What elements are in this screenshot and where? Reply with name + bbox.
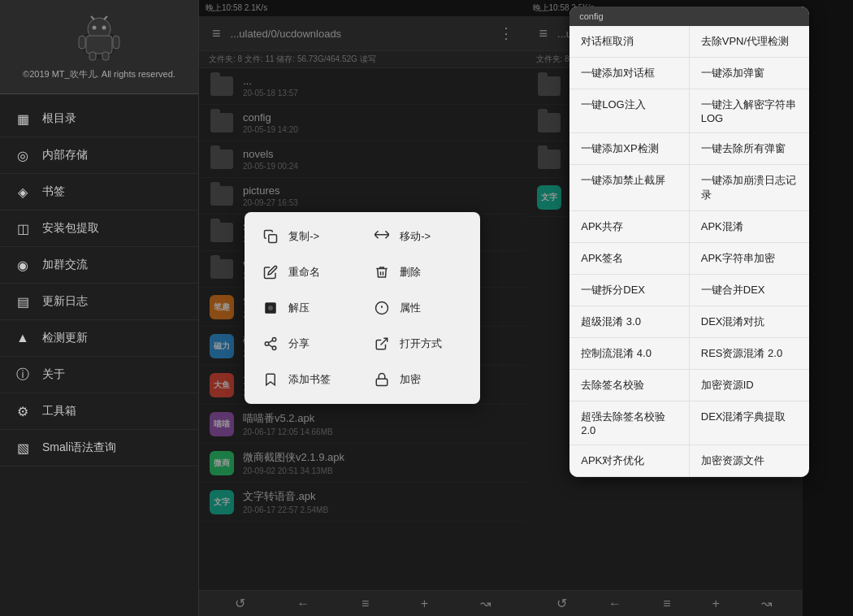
apk-menu-row: APK共存 APK混淆 bbox=[569, 211, 809, 243]
move-icon bbox=[372, 227, 392, 246]
apk-menu-row: 一键添加XP检测 一键去除所有弹窗 bbox=[569, 133, 809, 165]
apk-menu-cell-left-6[interactable]: APK签名 bbox=[569, 243, 690, 274]
sidebar-label-root: 根目录 bbox=[42, 111, 76, 126]
sidebar-item-toolbox[interactable]: ⚙ 工具箱 bbox=[0, 393, 198, 430]
android-logo-icon bbox=[75, 13, 123, 62]
context-menu-rename[interactable]: 重命名 bbox=[251, 254, 362, 290]
apk-menu-cell-left-11[interactable]: 超强去除签名校验2.0 bbox=[569, 401, 690, 445]
properties-icon bbox=[372, 298, 392, 318]
sidebar-item-about[interactable]: ⓘ 关于 bbox=[0, 357, 198, 393]
sidebar-item-root[interactable]: ▦ 根目录 bbox=[0, 101, 198, 137]
context-menu-move[interactable]: 移动-> bbox=[362, 219, 474, 254]
context-menu-properties[interactable]: 属性 bbox=[362, 290, 474, 326]
apk-menu-row: 超级混淆 3.0 DEX混淆对抗 bbox=[569, 306, 809, 338]
sidebar-item-bookmark[interactable]: ◈ 书签 bbox=[0, 174, 198, 210]
apk-menu-cell-left-7[interactable]: 一键拆分DEX bbox=[569, 275, 690, 306]
context-menu-share[interactable]: 分享 bbox=[251, 326, 362, 362]
svg-rect-10 bbox=[89, 52, 96, 60]
changelog-icon: ▤ bbox=[13, 292, 32, 311]
apk-menu-cell-left-5[interactable]: APK共存 bbox=[569, 211, 690, 242]
apk-menu-row: 一键拆分DEX 一键合并DEX bbox=[569, 275, 809, 306]
apk-menu-cell-right-8[interactable]: DEX混淆对抗 bbox=[690, 306, 810, 337]
sidebar-label-toolbox: 工具箱 bbox=[42, 404, 76, 419]
svg-line-6 bbox=[104, 16, 107, 20]
sidebar-item-update[interactable]: ▲ 检测更新 bbox=[0, 320, 198, 357]
apk-menu-cell-right-7[interactable]: 一键合并DEX bbox=[690, 275, 810, 306]
context-menu-extract[interactable]: 解压 bbox=[251, 290, 362, 326]
ctx-label-copy: 复制-> bbox=[288, 229, 319, 244]
encrypt-icon bbox=[372, 370, 392, 389]
apk-menu-row: 一键LOG注入 一键注入解密字符串LOG bbox=[569, 89, 809, 133]
apk-menu-cell-right-5[interactable]: APK混淆 bbox=[690, 211, 810, 242]
ctx-label-share: 分享 bbox=[288, 336, 310, 351]
context-menu-addbookmark[interactable]: 添加书签 bbox=[251, 362, 362, 397]
bookmark-icon: ◈ bbox=[13, 182, 32, 202]
apk-menu-overlay: config 对话框取消 去除VPN/代理检测 一键添加对话框 一键添加弹窗 一… bbox=[526, 0, 854, 616]
apk-menu-panel: config 对话框取消 去除VPN/代理检测 一键添加对话框 一键添加弹窗 一… bbox=[569, 7, 809, 477]
apk-menu-cell-left-4[interactable]: 一键添加禁止截屏 bbox=[569, 165, 690, 210]
addbookmark-icon bbox=[261, 370, 280, 389]
right-section: 晚上10:58 2.5K/s ≡ ...ulated/0/ucdownloads… bbox=[526, 0, 854, 616]
apk-menu-cell-left-2[interactable]: 一键LOG注入 bbox=[569, 89, 690, 132]
sidebar-item-internal[interactable]: ◎ 内部存储 bbox=[0, 137, 198, 174]
context-menu-delete[interactable]: 删除 bbox=[362, 254, 474, 290]
apk-menu-cell-right-6[interactable]: APK字符串加密 bbox=[690, 243, 810, 274]
apk-menu-row: 一键添加对话框 一键添加弹窗 bbox=[569, 58, 809, 89]
update-icon: ▲ bbox=[13, 328, 32, 348]
svg-line-23 bbox=[381, 338, 388, 345]
svg-point-4 bbox=[102, 26, 106, 30]
apk-menu-cell-left-3[interactable]: 一键添加XP检测 bbox=[569, 133, 690, 164]
smali-icon: ▧ bbox=[13, 438, 32, 458]
context-menu: 复制-> 移动-> 重命名 删除 解压 属性 分享 打开方式 添加书签 加密 bbox=[245, 212, 480, 404]
sidebar-item-apk[interactable]: ◫ 安装包提取 bbox=[0, 210, 198, 247]
sidebar-item-group[interactable]: ◉ 加群交流 bbox=[0, 247, 198, 284]
sidebar-label-smali: Smali语法查询 bbox=[42, 440, 116, 455]
apk-menu-cell-left-8[interactable]: 超级混淆 3.0 bbox=[569, 306, 690, 337]
apk-menu-row: 控制流混淆 4.0 RES资源混淆 2.0 bbox=[569, 338, 809, 370]
sidebar-item-smali[interactable]: ▧ Smali语法查询 bbox=[0, 430, 198, 466]
copy-icon bbox=[261, 227, 280, 246]
context-menu-encrypt[interactable]: 加密 bbox=[362, 362, 474, 397]
ctx-label-addbookmark: 添加书签 bbox=[288, 372, 331, 387]
apk-menu-cell-left-0[interactable]: 对话框取消 bbox=[569, 26, 690, 57]
apk-menu-cell-right-4[interactable]: 一键添加崩溃日志记录 bbox=[690, 165, 810, 210]
sidebar-label-update: 检测更新 bbox=[42, 331, 88, 345]
svg-rect-24 bbox=[377, 379, 388, 385]
group-icon: ◉ bbox=[13, 255, 32, 275]
apk-menu-cell-right-0[interactable]: 去除VPN/代理检测 bbox=[690, 26, 810, 57]
context-menu-openway[interactable]: 打开方式 bbox=[362, 326, 474, 362]
context-menu-overlay: 复制-> 移动-> 重命名 删除 解压 属性 分享 打开方式 添加书签 加密 bbox=[199, 0, 526, 616]
apk-menu-cell-right-10[interactable]: 加密资源ID bbox=[690, 370, 810, 401]
svg-line-22 bbox=[269, 341, 273, 343]
apk-menu-cell-left-12[interactable]: APK对齐优化 bbox=[569, 445, 690, 476]
apk-menu-cell-right-9[interactable]: RES资源混淆 2.0 bbox=[690, 338, 810, 369]
apk-menu-path-text: config bbox=[579, 11, 603, 21]
apk-menu-cell-right-1[interactable]: 一键添加弹窗 bbox=[690, 58, 810, 89]
ctx-label-properties: 属性 bbox=[400, 301, 421, 315]
ctx-label-encrypt: 加密 bbox=[400, 372, 421, 387]
context-menu-copy[interactable]: 复制-> bbox=[251, 219, 362, 254]
internal-icon: ◎ bbox=[13, 145, 32, 165]
sidebar-item-changelog[interactable]: ▤ 更新日志 bbox=[0, 284, 198, 320]
sidebar-label-internal: 内部存储 bbox=[42, 148, 88, 163]
apk-menu-cell-left-10[interactable]: 去除签名校验 bbox=[569, 370, 690, 401]
svg-point-14 bbox=[268, 306, 273, 310]
apk-icon: ◫ bbox=[13, 219, 32, 238]
apk-menu-cell-right-2[interactable]: 一键注入解密字符串LOG bbox=[690, 89, 810, 132]
apk-menu-cell-right-3[interactable]: 一键去除所有弹窗 bbox=[690, 133, 810, 164]
ctx-label-delete: 删除 bbox=[400, 265, 421, 280]
toolbox-icon: ⚙ bbox=[13, 401, 32, 421]
apk-menu-row: APK对齐优化 加密资源文件 bbox=[569, 445, 809, 477]
sidebar: ©2019 MT_吹牛儿. All rights reserved. ▦ 根目录… bbox=[0, 0, 199, 616]
extract-icon bbox=[261, 298, 280, 318]
root-icon: ▦ bbox=[13, 109, 32, 128]
sidebar-header: ©2019 MT_吹牛儿. All rights reserved. bbox=[0, 0, 198, 94]
svg-rect-12 bbox=[269, 235, 277, 243]
rename-icon bbox=[261, 262, 280, 282]
apk-menu-cell-right-11[interactable]: DEX混淆字典提取 bbox=[690, 401, 810, 445]
apk-menu-cell-left-1[interactable]: 一键添加对话框 bbox=[569, 58, 690, 89]
share-icon bbox=[261, 334, 280, 354]
apk-menu-cell-left-9[interactable]: 控制流混淆 4.0 bbox=[569, 338, 690, 369]
svg-point-3 bbox=[93, 26, 97, 30]
apk-menu-cell-right-12[interactable]: 加密资源文件 bbox=[690, 445, 810, 476]
